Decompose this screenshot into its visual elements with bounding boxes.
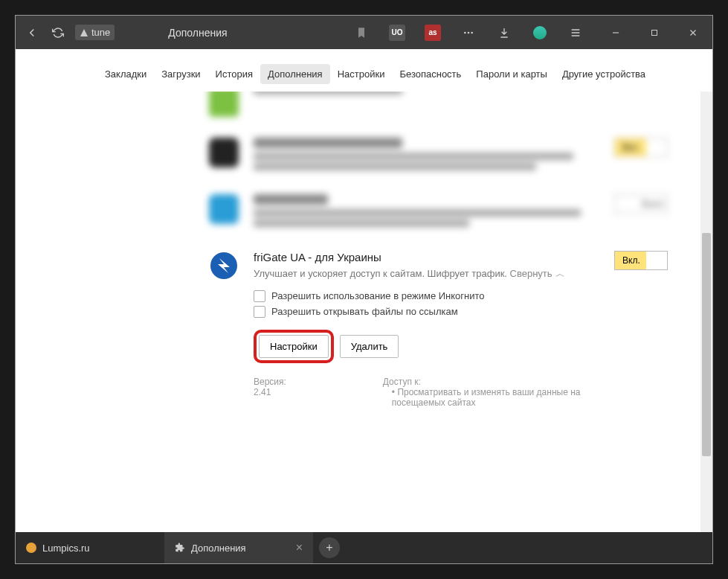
- svg-point-1: [468, 31, 470, 33]
- extension-item-blurred: [90, 92, 668, 127]
- svg-rect-3: [652, 30, 657, 35]
- chevron-up-icon: ︿: [555, 266, 565, 281]
- downloads-icon[interactable]: [495, 24, 513, 42]
- reload-button[interactable]: [50, 24, 66, 42]
- scrollbar[interactable]: [700, 92, 712, 532]
- close-button[interactable]: [681, 21, 705, 45]
- frigate-icon: [209, 251, 239, 281]
- access-heading: Доступ к:: [383, 377, 599, 387]
- extension-toggle-on[interactable]: Вкл.: [614, 251, 668, 270]
- extension-toggle-off[interactable]: Выкл.: [614, 194, 668, 214]
- browser-tab-addons[interactable]: Дополнения ×: [164, 532, 313, 563]
- checkbox-label: Разрешить открывать файлы по ссылкам: [271, 306, 458, 317]
- bookmark-icon[interactable]: [352, 24, 370, 42]
- tab-security[interactable]: Безопасность: [392, 64, 468, 84]
- content-area: Закладки Загрузки История Дополнения Нас…: [16, 49, 712, 532]
- tab-devices[interactable]: Другие устройства: [555, 64, 653, 84]
- tab-history[interactable]: История: [208, 64, 260, 84]
- profile-icon[interactable]: [531, 24, 549, 42]
- tab-settings[interactable]: Настройки: [330, 64, 393, 84]
- favicon-extension-icon: [175, 543, 185, 553]
- tab-close-icon[interactable]: ×: [296, 541, 303, 554]
- browser-tabs: Lumpics.ru Дополнения × +: [16, 532, 712, 563]
- tab-label: Дополнения: [191, 543, 246, 554]
- checkbox-label: Разрешить использование в режиме Инкогни…: [271, 290, 485, 301]
- checkbox-icon[interactable]: [254, 306, 265, 318]
- extension-title: friGate UA - для Украины: [254, 251, 599, 263]
- page-title: Дополнения: [168, 27, 227, 39]
- extension-item-blurred: Вкл.: [90, 127, 668, 184]
- extension-icon: [209, 92, 239, 117]
- maximize-button[interactable]: [642, 21, 666, 45]
- checkbox-icon[interactable]: [254, 290, 265, 302]
- new-tab-button[interactable]: +: [319, 537, 340, 558]
- svg-point-2: [471, 31, 473, 33]
- url-text: tune: [91, 27, 110, 38]
- tab-addons[interactable]: Дополнения: [260, 64, 330, 84]
- access-item: • Просматривать и изменять ваши данные н…: [392, 387, 599, 408]
- settings-tabs: Закладки Загрузки История Дополнения Нас…: [16, 49, 712, 92]
- delete-button[interactable]: Удалить: [340, 335, 399, 358]
- url-badge[interactable]: tune: [75, 25, 115, 40]
- extension-icon: [209, 194, 239, 224]
- checkbox-incognito[interactable]: Разрешить использование в режиме Инкогни…: [254, 290, 599, 302]
- checkbox-file-urls[interactable]: Разрешить открывать файлы по ссылкам: [254, 306, 599, 318]
- highlight-annotation: Настройки: [254, 330, 334, 363]
- browser-window: tune Дополнения UO as: [15, 15, 713, 564]
- menu-icon[interactable]: [567, 24, 584, 42]
- scrollbar-thumb[interactable]: [702, 233, 711, 456]
- tab-bookmarks[interactable]: Закладки: [97, 64, 154, 84]
- ublock-icon[interactable]: UO: [388, 24, 406, 42]
- more-icon[interactable]: [460, 24, 477, 42]
- lastfm-icon[interactable]: as: [424, 24, 442, 42]
- extension-frigate: friGate UA - для Украины Улучшает и уско…: [90, 240, 668, 418]
- tab-downloads[interactable]: Загрузки: [154, 64, 207, 84]
- extension-toggle-on[interactable]: Вкл.: [614, 138, 668, 157]
- minimize-button[interactable]: [604, 21, 628, 45]
- tab-passwords[interactable]: Пароли и карты: [468, 64, 555, 84]
- extensions-list: Вкл. Выкл. friGate UA - для Украины: [16, 92, 712, 532]
- titlebar: tune Дополнения UO as: [16, 16, 712, 49]
- collapse-link[interactable]: Свернуть︿: [510, 268, 565, 279]
- extension-icon: [209, 138, 239, 167]
- svg-point-0: [464, 31, 466, 33]
- back-button[interactable]: [23, 24, 41, 42]
- browser-tab-lumpics[interactable]: Lumpics.ru: [16, 532, 164, 563]
- version-label: Версия: 2.41: [254, 377, 294, 408]
- extension-item-blurred: Выкл.: [90, 184, 668, 240]
- favicon-lumpics: [26, 543, 36, 553]
- settings-button[interactable]: Настройки: [259, 335, 329, 358]
- tab-label: Lumpics.ru: [42, 543, 90, 554]
- extension-description: Улучшает и ускоряет доступ к сайтам. Шиф…: [254, 266, 599, 281]
